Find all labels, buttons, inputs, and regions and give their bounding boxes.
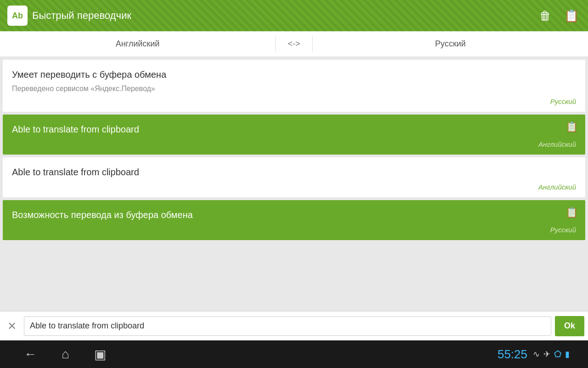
copy-icon-1[interactable]: 📋 (565, 121, 578, 133)
card-text-0: Умеет переводить с буфера обмена (12, 68, 576, 81)
card-lang-0: Русский (12, 98, 576, 105)
airplane-icon: ✈ (543, 349, 550, 359)
clipboard-button[interactable]: 📋 (562, 7, 581, 25)
nav-left: ← ⌂ ▣ (18, 345, 112, 364)
toolbar-left: Ab Быстрый переводчик (7, 6, 537, 26)
translation-card-3: 📋 Возможность перевода из буфера обмена … (3, 200, 585, 240)
ok-button[interactable]: Ok (555, 316, 584, 336)
source-language-button[interactable]: Английский (0, 31, 275, 57)
toolbar-actions: 🗑 📋 (537, 7, 581, 25)
app-title: Быстрый переводчик (32, 10, 131, 22)
nav-bar: ← ⌂ ▣ 55:25 ∿ ✈ ⬠ ▮ (0, 340, 588, 368)
status-icons: ∿ ✈ ⬠ ▮ (533, 349, 570, 359)
language-bar: Английский <-> Русский (0, 31, 588, 57)
translation-card-1: 📋 Able to translate from clipboard Англи… (3, 115, 585, 155)
input-bar: ✕ Ok (0, 311, 588, 340)
card-lang-2: Английский (12, 183, 576, 191)
back-button[interactable]: ← (18, 345, 42, 364)
card-lang-3: Русский (12, 226, 576, 234)
recents-button[interactable]: ▣ (89, 345, 112, 364)
app-logo: Ab (7, 6, 28, 26)
status-time: 55:25 (498, 347, 527, 362)
home-button[interactable]: ⌂ (56, 345, 75, 364)
search-input[interactable] (24, 316, 551, 336)
bluetooth-icon: ⬠ (554, 349, 561, 359)
target-language-button[interactable]: Русский (313, 31, 588, 57)
translation-card-0: Умеет переводить с буфера обмена Перевед… (3, 60, 585, 112)
wifi-icon: ∿ (533, 349, 540, 359)
battery-icon: ▮ (565, 349, 570, 359)
copy-icon-3[interactable]: 📋 (565, 207, 578, 218)
clear-input-button[interactable]: ✕ (4, 318, 20, 334)
main-content: Умеет переводить с буфера обмена Перевед… (0, 57, 588, 311)
nav-right: 55:25 ∿ ✈ ⬠ ▮ (498, 347, 570, 362)
card-text-2: Able to translate from clipboard (12, 166, 576, 178)
swap-languages-button[interactable]: <-> (276, 31, 312, 57)
card-text-1: Able to translate from clipboard (12, 123, 576, 136)
card-subtext-0: Переведено сервисом «Яндекс.Перевод» (12, 85, 576, 93)
toolbar: Ab Быстрый переводчик 🗑 📋 (0, 0, 588, 31)
card-lang-1: Английский (12, 140, 576, 148)
card-text-3: Возможность перевода из буфера обмена (12, 208, 576, 221)
delete-button[interactable]: 🗑 (537, 7, 553, 25)
translation-card-2: Able to translate from clipboard Английс… (3, 157, 585, 197)
